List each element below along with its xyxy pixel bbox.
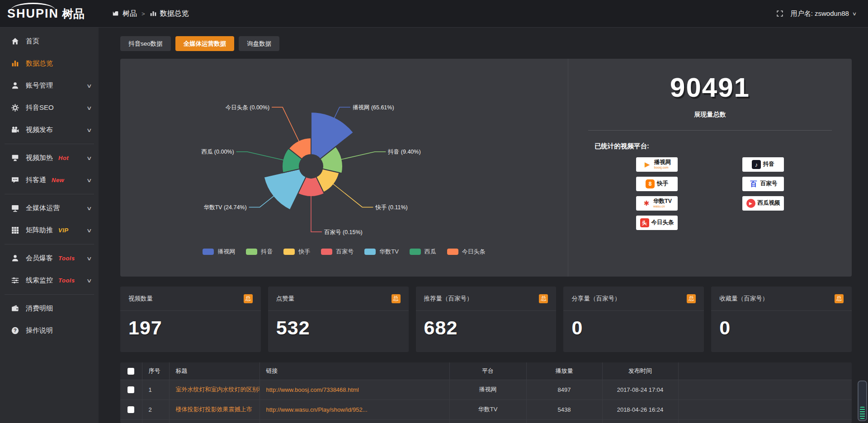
- pie-label-line: [333, 183, 373, 207]
- stat-card-recommendations: 推荐量（百家号）总 682: [416, 287, 557, 352]
- pie-slice-华数TV[interactable]: [264, 169, 306, 210]
- cell-index: 1: [142, 380, 169, 400]
- stat-card-favorites: 收藏量（百家号）总 0: [711, 287, 852, 352]
- pie-label-line: [236, 152, 284, 160]
- select-all-checkbox[interactable]: [127, 368, 134, 375]
- chevron-down-icon: ∨: [86, 83, 92, 89]
- tools-badge: Tools: [58, 255, 75, 262]
- wallet-icon: [11, 304, 19, 313]
- sidebar-divider: [5, 144, 94, 144]
- breadcrumb-current[interactable]: 数据总览: [160, 9, 189, 19]
- chevron-down-icon[interactable]: ∨: [852, 11, 857, 17]
- boosj-logo-icon: ▶: [643, 160, 652, 169]
- platform-chip-douyin: ♪ 抖音: [742, 157, 784, 172]
- legend-item-抖音[interactable]: 抖音: [246, 248, 273, 256]
- new-badge: New: [52, 177, 64, 183]
- col-header-platform: 平台: [449, 362, 526, 380]
- bar-chart-icon: [150, 10, 157, 17]
- row-checkbox[interactable]: [127, 386, 134, 393]
- total-badge[interactable]: 总: [244, 294, 253, 303]
- main-content: 抖音seo数据 全媒体运营数据 询盘数据 播视网 (65.61%)抖音 (9.4…: [99, 28, 868, 423]
- grid-icon: [11, 226, 19, 235]
- stat-cards-row: 视频数量总 197 点赞量总 532 推荐量（百家号）总 682 分享量（百家号…: [120, 287, 852, 352]
- chevron-down-icon: ∨: [86, 105, 92, 111]
- platform-chip-boshiwang: ▶ 播视网boosj.com: [636, 157, 678, 172]
- cell-title-link[interactable]: 楼体投影灯投影效果震撼上市: [169, 400, 259, 419]
- legend-item-今日头条[interactable]: 今日头条: [447, 248, 486, 256]
- row-checkbox[interactable]: [127, 406, 134, 413]
- sidebar-item-account-management[interactable]: 账号管理 ∨: [0, 75, 99, 97]
- legend-item-西瓜[interactable]: 西瓜: [410, 248, 436, 256]
- brand-name-cn: 树品: [62, 6, 85, 21]
- col-header-index: 序号: [142, 362, 169, 380]
- platform-chip-wasu: ✱ 华数TVwasu.cn: [636, 196, 678, 211]
- tab-douyin-seo-data[interactable]: 抖音seo数据: [120, 36, 171, 51]
- legend-item-华数TV[interactable]: 华数TV: [364, 248, 399, 256]
- stat-value: 682: [416, 311, 557, 339]
- chat-bubble-icon: [11, 176, 19, 184]
- user-icon: [11, 81, 19, 90]
- cell-url-link[interactable]: http://www.boosj.com/7338468.html: [259, 380, 449, 400]
- legend-label: 华数TV: [379, 248, 399, 256]
- platform-name: 今日头条: [651, 220, 674, 226]
- chevron-down-icon: ∨: [86, 277, 92, 284]
- legend-swatch: [321, 249, 332, 255]
- stat-label: 视频数量: [128, 295, 153, 303]
- total-badge[interactable]: 总: [392, 294, 401, 303]
- tab-media-operation-data[interactable]: 全媒体运营数据: [175, 36, 235, 51]
- brand-logo[interactable]: SHUPIN 树品: [0, 0, 99, 27]
- vertical-scrollbar[interactable]: [858, 381, 867, 421]
- tab-inquiry-data[interactable]: 询盘数据: [239, 36, 279, 51]
- col-header-empty: [678, 362, 852, 380]
- svg-text:?: ?: [14, 328, 17, 333]
- chevron-down-icon: ∨: [86, 205, 92, 212]
- vip-badge: VIP: [58, 227, 68, 234]
- chevron-down-icon: ∨: [86, 255, 92, 262]
- stat-value: 532: [268, 311, 409, 339]
- sidebar-item-video-heating[interactable]: 视频加热 Hot ∨: [0, 147, 99, 169]
- platform-name: 华数TV: [653, 198, 672, 205]
- kuaishou-logo-icon: 8: [646, 179, 655, 188]
- legend-item-百家号[interactable]: 百家号: [321, 248, 354, 256]
- legend-label: 今日头条: [462, 248, 486, 256]
- sidebar-item-media-operation[interactable]: 全媒体运营 ∨: [0, 197, 99, 219]
- sidebar-item-douketong[interactable]: 抖客通 New ∨: [0, 169, 99, 191]
- sidebar-item-data-overview[interactable]: 数据总览: [0, 52, 99, 75]
- sidebar-divider: [5, 244, 94, 244]
- sidebar-item-matrix-boost[interactable]: 矩阵助推 VIP ∨: [0, 219, 99, 241]
- platform-name: 西瓜视频: [758, 200, 780, 207]
- cell-url-link[interactable]: http://www.wasu.cn/Play/show/id/952...: [259, 400, 449, 419]
- data-tabs: 抖音seo数据 全媒体运营数据 询盘数据: [120, 36, 852, 51]
- fullscreen-icon[interactable]: [776, 10, 783, 17]
- legend-item-快手[interactable]: 快手: [283, 248, 310, 256]
- col-header-plays: 播放量: [526, 362, 602, 380]
- cell-publish-time: 2018-04-26 16:24: [602, 400, 678, 419]
- baijiahao-logo-icon: 百: [749, 179, 758, 188]
- cell-platform: 播视网: [449, 380, 526, 400]
- douyin-logo-icon: ♪: [752, 160, 761, 169]
- breadcrumb-separator: >: [142, 10, 145, 17]
- sidebar-item-douyin-seo[interactable]: 抖音SEO ∨: [0, 97, 99, 119]
- pie-label-line: [340, 152, 386, 160]
- sidebar-item-video-publish[interactable]: 视频发布 ∨: [0, 119, 99, 141]
- table-row-partial: [120, 419, 852, 423]
- legend-item-播视网[interactable]: 播视网: [203, 248, 235, 256]
- video-camera-icon: [11, 126, 19, 134]
- total-badge[interactable]: 总: [687, 294, 696, 303]
- cell-plays: 8497: [526, 380, 602, 400]
- sidebar-item-lead-monitoring[interactable]: 线索监控 Tools ∨: [0, 269, 99, 291]
- stat-card-likes: 点赞量总 532: [268, 287, 409, 352]
- platforms-counted-label: 已统计的视频平台:: [594, 142, 852, 150]
- pie-label-line: [272, 107, 299, 142]
- sidebar-item-home[interactable]: 首页: [0, 30, 99, 52]
- legend-swatch: [410, 249, 421, 255]
- sidebar-item-help[interactable]: ? 操作说明: [0, 320, 99, 342]
- username[interactable]: 用户名: zswodun88: [791, 9, 849, 18]
- sidebar-item-expense-details[interactable]: 消费明细: [0, 297, 99, 320]
- total-badge[interactable]: 总: [835, 294, 844, 303]
- sidebar-item-label: 抖客通: [26, 176, 46, 184]
- breadcrumb-root[interactable]: 树品: [123, 9, 137, 19]
- total-badge[interactable]: 总: [539, 294, 548, 303]
- cell-title-link[interactable]: 室外水纹灯和室内水纹灯的区别和简介: [169, 380, 259, 400]
- sidebar-item-member-bursting[interactable]: 会员爆客 Tools ∨: [0, 247, 99, 269]
